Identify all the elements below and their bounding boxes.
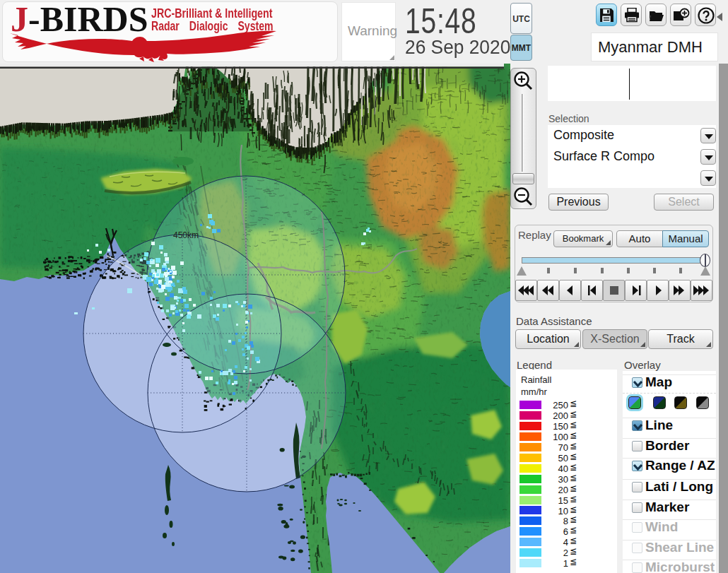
svg-text:450km: 450km xyxy=(173,230,199,240)
